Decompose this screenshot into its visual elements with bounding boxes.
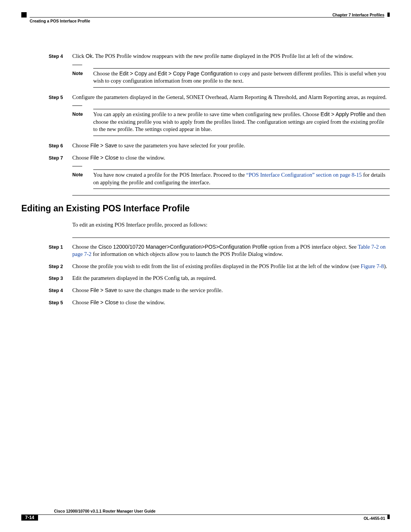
step-row: Step 5Choose File > Close to close the w… (21, 299, 390, 307)
note-body: Choose the Edit > Copy and Edit > Copy P… (93, 70, 390, 85)
section-intro: To edit an existing POS Interface profil… (72, 221, 390, 229)
step-row: Step 2Choose the profile you wish to edi… (21, 263, 390, 270)
step-label: Step 5 (49, 94, 72, 101)
steps-end-rule (72, 195, 390, 196)
page-number: 7-14 (21, 514, 38, 521)
note-label: Note (72, 70, 93, 85)
step-body: Configure the parameters displayed in th… (72, 94, 390, 101)
cross-ref-link[interactable]: Figure 7-8 (361, 263, 384, 269)
footer-guide-title: Cisco 12000/10700 v3.1.1 Router Manager … (54, 508, 390, 514)
header-rule (30, 17, 384, 18)
step-body: Choose File > Close to close the window. (72, 299, 390, 307)
step-body: Choose File > Close to close the window. (72, 154, 390, 162)
step-row: Step 1Choose the Cisco 12000/10720 Manag… (21, 243, 390, 258)
step-row: Step 6Choose File > Save to save the par… (21, 142, 390, 150)
note-body: You have now created a profile for the P… (93, 171, 390, 186)
footer-rule: OL-4455-01 (38, 514, 390, 521)
step-label: Step 1 (49, 243, 72, 258)
note-body: You can apply an existing profile to a n… (93, 111, 390, 133)
step-body: Choose File > Save to save the changes m… (72, 287, 390, 294)
note-block: NoteChoose the Edit > Copy and Edit > Co… (72, 65, 390, 88)
footer-end-icon (387, 515, 390, 519)
step-row: Step 3Edit the parameters displayed in t… (21, 275, 390, 282)
step-label: Step 4 (49, 287, 72, 294)
step-label: Step 6 (49, 142, 72, 150)
section-heading: Editing an Existing POS Interface Profil… (21, 203, 390, 214)
step-label: Step 7 (49, 154, 72, 162)
note-label: Note (72, 171, 93, 186)
steps-start-rule (72, 237, 390, 238)
step-row: Step 4Click Ok. The POS Profile window r… (21, 53, 390, 60)
page-footer: Cisco 12000/10700 v3.1.1 Router Manager … (21, 508, 390, 521)
note-block: NoteYou have now created a profile for t… (72, 166, 390, 189)
step-label: Step 5 (49, 299, 72, 307)
step-label: Step 2 (49, 263, 72, 270)
step-body: Choose File > Save to save the parameter… (72, 142, 390, 150)
step-body: Choose the profile you wish to edit from… (72, 263, 390, 270)
note-label: Note (72, 111, 93, 133)
step-body: Choose the Cisco 12000/10720 Manager>Con… (72, 243, 390, 258)
cross-ref-link[interactable]: “POS Interface Configuration” section on… (246, 172, 362, 178)
header-block-icon (21, 12, 27, 18)
step-body: Click Ok. The POS Profile window reappea… (72, 53, 390, 60)
doc-id: OL-4455-01 (363, 516, 385, 521)
section-label: Creating a POS Interface Profile (30, 18, 90, 24)
page-header: Chapter 7 Interface Profiles Creating a … (21, 12, 390, 22)
step-row: Step 4Choose File > Save to save the cha… (21, 287, 390, 294)
header-end-icon (387, 13, 390, 17)
note-block: NoteYou can apply an existing profile to… (72, 105, 390, 136)
step-label: Step 3 (49, 275, 72, 282)
step-label: Step 4 (49, 53, 72, 60)
step-row: Step 7Choose File > Close to close the w… (21, 154, 390, 162)
step-body: Edit the parameters displayed in the POS… (72, 275, 390, 282)
step-row: Step 5Configure the parameters displayed… (21, 94, 390, 101)
page-content: Step 4Click Ok. The POS Profile window r… (21, 22, 390, 306)
